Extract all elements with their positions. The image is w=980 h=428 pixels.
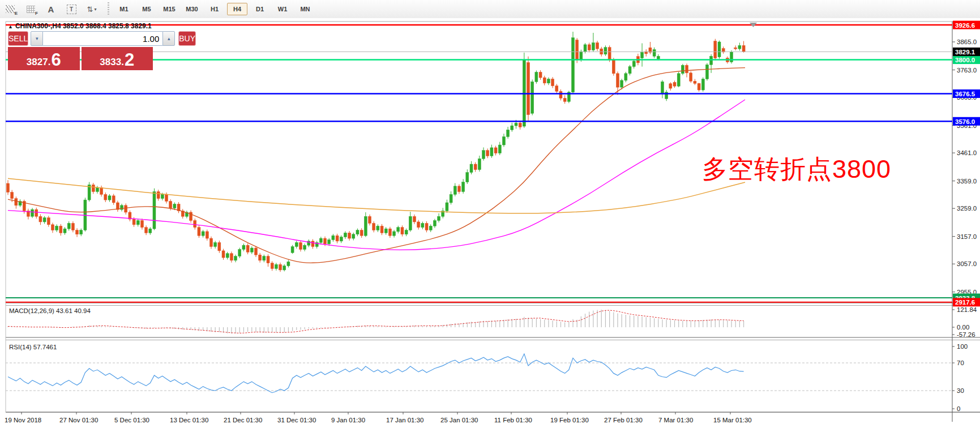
svg-text:0: 0 [957, 405, 960, 412]
pane-borders [0, 18, 980, 428]
sell-button[interactable]: SELL [8, 31, 28, 46]
svg-text:3829.1: 3829.1 [955, 49, 975, 55]
volume-stepper: ▾ ▴ [31, 31, 175, 46]
buy-price-main: 3833. [100, 56, 124, 69]
svg-text:2917.6: 2917.6 [955, 299, 975, 306]
svg-text:17 Jan 01:30: 17 Jan 01:30 [386, 417, 424, 423]
svg-text:27 Nov 01:30: 27 Nov 01:30 [59, 417, 98, 423]
svg-text:3800.0: 3800.0 [955, 57, 975, 63]
svg-text:27 Feb 01:30: 27 Feb 01:30 [604, 417, 643, 423]
volume-decrease-button[interactable]: ▾ [31, 31, 43, 46]
chart-title: ▲CHINA300-,H4 3852.0 3868.4 3825.8 3829.… [8, 22, 152, 30]
buy-button[interactable]: BUY [178, 31, 196, 46]
macd-label: MACD(12,26,9) 43.61 40.94 [9, 307, 91, 314]
svg-text:100: 100 [957, 343, 968, 350]
svg-text:19 Nov 2018: 19 Nov 2018 [5, 417, 41, 423]
sell-price-main: 3827. [27, 56, 51, 69]
svg-text:7 Mar 01:30: 7 Mar 01:30 [658, 417, 693, 423]
sell-price-pip: 6 [51, 51, 61, 69]
svg-text:70: 70 [957, 359, 964, 366]
svg-text:15 Mar 01:30: 15 Mar 01:30 [713, 417, 752, 423]
mt4-chart-window: EFAT⇅▾ M1M5M15M30H1H4D1W1MN 3865.03763.0… [0, 0, 980, 428]
svg-text:0.00: 0.00 [957, 324, 969, 331]
svg-text:3259.0: 3259.0 [957, 205, 977, 212]
volume-increase-button[interactable]: ▴ [162, 31, 175, 46]
symbol-ohlc-text: CHINA300-,H4 3852.0 3868.4 3825.8 3829.1 [15, 22, 152, 30]
svg-text:3926.6: 3926.6 [955, 22, 975, 29]
svg-text:21 Dec 01:30: 21 Dec 01:30 [224, 417, 262, 423]
svg-text:3057.0: 3057.0 [957, 260, 977, 267]
svg-text:3461.0: 3461.0 [957, 149, 977, 156]
svg-text:121.84: 121.84 [957, 306, 977, 313]
svg-text:11 Feb 01:30: 11 Feb 01:30 [494, 417, 532, 423]
svg-text:-57.26: -57.26 [957, 331, 975, 338]
buy-price-box[interactable]: 3833. 2 [82, 47, 153, 70]
symbol-marker-icon: ▲ [8, 24, 13, 29]
chart-annotation: 多空转折点3800 [702, 152, 891, 186]
svg-text:31 Dec 01:30: 31 Dec 01:30 [277, 417, 316, 423]
volume-input[interactable] [43, 31, 162, 46]
svg-text:30: 30 [957, 387, 964, 394]
svg-text:3157.0: 3157.0 [957, 233, 977, 240]
svg-text:3359.0: 3359.0 [957, 178, 977, 185]
sell-price-box[interactable]: 3827. 6 [8, 47, 80, 70]
svg-text:3865.0: 3865.0 [957, 38, 977, 45]
svg-text:19 Feb 01:30: 19 Feb 01:30 [550, 417, 589, 423]
one-click-trading-panel: SELL ▾ ▴ BUY 3827. 6 3833. 2 [8, 31, 153, 70]
svg-text:25 Jan 01:30: 25 Jan 01:30 [440, 417, 478, 423]
svg-text:13 Dec 01:30: 13 Dec 01:30 [170, 417, 208, 423]
buy-price-pip: 2 [125, 51, 134, 69]
svg-text:3763.0: 3763.0 [957, 67, 977, 74]
svg-text:9 Jan 01:30: 9 Jan 01:30 [331, 417, 365, 423]
svg-text:3576.0: 3576.0 [955, 118, 975, 125]
svg-text:3676.5: 3676.5 [955, 91, 975, 97]
svg-text:5 Dec 01:30: 5 Dec 01:30 [114, 417, 149, 423]
rsi-label: RSI(14) 57.7461 [9, 344, 57, 350]
